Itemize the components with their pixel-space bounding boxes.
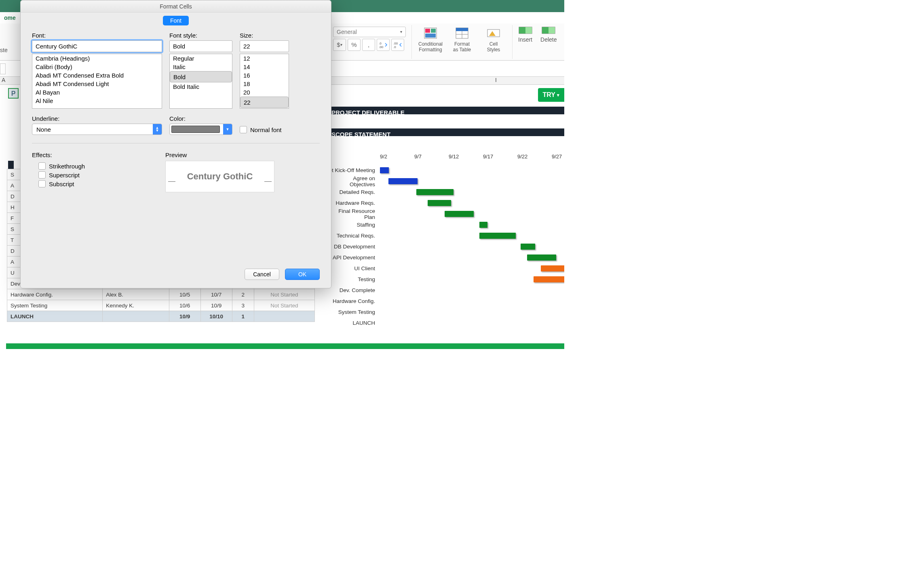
cell-styles-button[interactable]: Cell Styles	[481, 27, 506, 53]
gantt-bar	[479, 233, 516, 239]
size-option[interactable]: 14	[240, 63, 289, 71]
color-select[interactable]: ▼	[169, 124, 232, 135]
sub-row: Subscript	[38, 180, 137, 187]
font-listbox[interactable]: Cambria (Headings)Calibri (Body)Abadi MT…	[32, 54, 162, 109]
currency-button[interactable]: $▾	[333, 39, 346, 51]
gantt-task-label: Hardware Config.	[333, 298, 375, 304]
cancel-button[interactable]: Cancel	[245, 269, 279, 280]
format-as-table-icon	[455, 27, 469, 40]
number-format-select[interactable]: General ▾	[333, 27, 406, 37]
paste-label: ste	[0, 47, 8, 53]
col-i-header[interactable]: I	[495, 77, 497, 83]
gantt-task-label: Testing	[358, 276, 375, 282]
gantt-date-label: 9/2	[380, 154, 387, 160]
delete-button[interactable]: Delete	[540, 27, 557, 43]
font-option[interactable]: Calibri (Body)	[32, 63, 162, 71]
percent-button[interactable]: %	[348, 39, 361, 51]
try-badge[interactable]: TRY ▾	[538, 88, 564, 102]
effects-label: Effects:	[32, 151, 137, 158]
col-a-header[interactable]: A	[2, 77, 5, 83]
table-row[interactable]: Hardware Config.Alex B.10/510/72Not Star…	[7, 289, 315, 300]
strikethrough-checkbox[interactable]	[38, 162, 46, 170]
gantt-task-label: LAUNCH	[352, 320, 375, 326]
gantt-bar	[428, 200, 451, 206]
insert-button[interactable]: Insert	[518, 27, 532, 43]
underline-select[interactable]: None ▲▼	[32, 124, 162, 135]
svg-text:.0: .0	[379, 42, 382, 45]
gantt-date-label: 9/12	[449, 154, 459, 160]
gantt-row: Agree on Objectives	[327, 176, 564, 187]
font-option[interactable]: Abadi MT Condensed Light	[32, 80, 162, 88]
gantt-row: Technical Reqs.	[327, 230, 564, 241]
cell-styles-label: Cell Styles	[487, 41, 500, 53]
insert-icon	[519, 27, 532, 34]
svg-rect-9	[456, 28, 468, 31]
size-input[interactable]	[240, 40, 289, 52]
gantt-task-label: DB Development	[334, 244, 375, 250]
color-label: Color:	[169, 115, 232, 122]
gantt-task-label: Detailed Reqs.	[339, 189, 375, 195]
gantt-row: Final Resource Plan	[327, 208, 564, 219]
font-option[interactable]: Al Bayan	[32, 88, 162, 97]
font-option[interactable]: Abadi MT Condensed Extra Bold	[32, 71, 162, 80]
style-option[interactable]: Regular	[170, 54, 232, 63]
gantt-row: UI Client	[327, 263, 564, 274]
gantt-row: Dev. Complete	[327, 285, 564, 296]
superscript-label: Superscript	[49, 172, 80, 179]
size-option[interactable]: 16	[240, 71, 289, 80]
number-buttons: $▾ % , .0.00 .00.0	[333, 39, 404, 51]
dialog-buttons: Cancel OK	[21, 269, 331, 288]
normal-font-checkbox[interactable]	[240, 126, 247, 133]
tab-font[interactable]: Font	[163, 16, 189, 25]
gantt-bar	[416, 189, 454, 195]
selected-cell[interactable]: P	[8, 88, 19, 99]
conditional-label: Conditional Formatting	[418, 41, 443, 53]
number-format-value: General	[337, 29, 357, 35]
ok-button[interactable]: OK	[285, 269, 320, 280]
bottom-accent-bar	[6, 343, 564, 349]
tab-home[interactable]: ome	[0, 13, 20, 23]
gantt-date-label: 9/27	[552, 154, 562, 160]
font-label: Font:	[32, 32, 162, 39]
name-box[interactable]	[0, 63, 6, 74]
gantt-bar	[445, 211, 474, 217]
gantt-row: API Development	[327, 252, 564, 263]
subscript-checkbox[interactable]	[38, 180, 46, 187]
format-as-table-button[interactable]: Format as Table	[449, 27, 475, 53]
gantt-task-label: Dev. Complete	[340, 287, 375, 293]
size-option[interactable]: 18	[240, 80, 289, 88]
decrease-decimal-icon: .00.0	[393, 41, 402, 48]
superscript-checkbox[interactable]	[38, 171, 46, 179]
style-listbox[interactable]: RegularItalicBoldBold Italic	[169, 54, 232, 109]
svg-text:.00: .00	[379, 45, 384, 48]
table-row[interactable]: System TestingKennedy K.10/610/93Not Sta…	[7, 300, 315, 311]
gantt-task-label: System Testing	[338, 309, 375, 315]
size-option[interactable]: 20	[240, 88, 289, 97]
font-option[interactable]: Al Nile	[32, 97, 162, 105]
subscript-label: Subscript	[49, 181, 74, 187]
style-input[interactable]	[169, 40, 232, 52]
underline-value: None	[32, 126, 153, 133]
conditional-formatting-button[interactable]: Conditional Formatting	[418, 27, 443, 53]
size-option[interactable]: 22	[240, 97, 289, 108]
increase-decimal-button[interactable]: .0.00	[377, 39, 390, 51]
size-label: Size:	[240, 32, 289, 39]
format-cells-dialog: Format Cells Font Font: Cambria (Heading…	[20, 0, 331, 288]
gantt-bar	[541, 265, 564, 271]
gantt-bar	[534, 276, 564, 282]
gantt-task-label: API Development	[333, 254, 375, 261]
font-option[interactable]: Cambria (Headings)	[32, 54, 162, 63]
gantt-bar	[479, 222, 487, 228]
table-row[interactable]: LAUNCH10/910/101	[7, 311, 315, 322]
gantt-task-label: Final Resource Plan	[327, 208, 375, 220]
decrease-decimal-button[interactable]: .00.0	[391, 39, 404, 51]
size-listbox[interactable]: 121416182022	[240, 54, 289, 109]
font-input[interactable]	[32, 40, 162, 52]
style-option[interactable]: Italic	[170, 63, 232, 71]
size-option[interactable]: 12	[240, 54, 289, 63]
underline-label: Underline:	[32, 115, 162, 122]
number-format-group: General ▾ $▾ % , .0.00 .00.0	[327, 25, 412, 59]
style-option[interactable]: Bold Italic	[170, 82, 232, 91]
style-option[interactable]: Bold	[170, 71, 232, 82]
comma-button[interactable]: ,	[362, 39, 375, 51]
